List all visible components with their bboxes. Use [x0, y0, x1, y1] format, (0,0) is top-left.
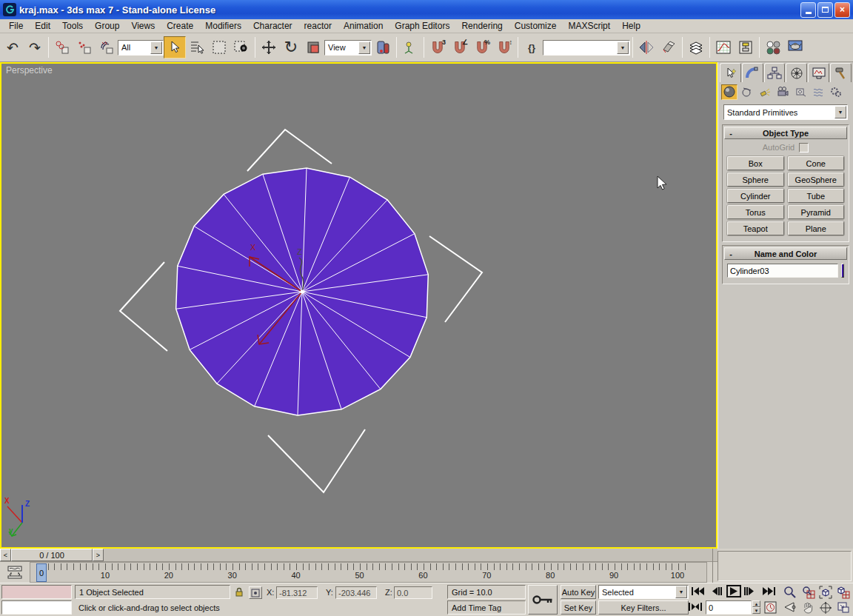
undo-button[interactable]: ↶: [1, 36, 24, 58]
subcategory-shapes[interactable]: [739, 84, 755, 100]
object-type-button-pyramid[interactable]: Pyramid: [788, 205, 845, 219]
subcategory-cameras[interactable]: [775, 84, 791, 100]
chevron-down-icon[interactable]: ▼: [675, 586, 687, 598]
menu-item-animation[interactable]: Animation: [338, 19, 389, 33]
select-and-rotate-icon[interactable]: ↻: [280, 36, 302, 58]
tab-utilities[interactable]: [830, 63, 852, 82]
window-crossing-toggle-icon[interactable]: [230, 36, 252, 58]
zoom-all-icon[interactable]: [802, 586, 815, 599]
add-time-tag[interactable]: Add Time Tag: [447, 600, 526, 615]
set-key-button[interactable]: Set Key: [561, 600, 596, 615]
object-type-button-plane[interactable]: Plane: [788, 221, 845, 235]
tab-modify[interactable]: [742, 63, 763, 82]
object-type-button-box[interactable]: Box: [727, 156, 784, 170]
subcategory-space-warps[interactable]: [810, 84, 826, 100]
menu-item-tools[interactable]: Tools: [56, 19, 89, 33]
name-and-color-rollout-header[interactable]: - Name and Color: [724, 247, 847, 260]
absolute-offset-toggle[interactable]: [249, 586, 262, 599]
chevron-down-icon[interactable]: ▼: [617, 41, 629, 54]
key-mode-toggle-icon[interactable]: [689, 602, 702, 612]
edit-named-selection-sets-icon[interactable]: {}: [521, 36, 543, 58]
zoom-extents-icon[interactable]: [819, 586, 832, 599]
tab-motion[interactable]: [786, 63, 807, 82]
go-to-start-icon[interactable]: [691, 586, 705, 596]
subcategory-helpers[interactable]: [792, 84, 809, 100]
open-mini-curve-editor-button[interactable]: [2, 563, 27, 580]
select-by-name-icon[interactable]: [186, 36, 208, 58]
viewport-label[interactable]: Perspective: [6, 65, 53, 76]
go-to-end-icon[interactable]: [762, 586, 776, 596]
menu-item-reactor[interactable]: reactor: [298, 19, 338, 33]
menu-item-rendering[interactable]: Rendering: [455, 19, 508, 33]
restore-button[interactable]: [817, 2, 833, 18]
time-slider-handle[interactable]: 0 / 100: [11, 549, 93, 561]
auto-key-button[interactable]: Auto Key: [561, 585, 596, 599]
track-bar-ruler[interactable]: 0102030405060708090100 0: [30, 562, 707, 583]
field-of-view-icon[interactable]: [783, 601, 797, 613]
object-type-button-cylinder[interactable]: Cylinder: [727, 189, 784, 203]
tab-create[interactable]: [720, 63, 741, 82]
key-filters-button[interactable]: Key Filters...: [598, 600, 689, 615]
selection-lock-toggle[interactable]: [234, 586, 244, 600]
zoom-extents-all-icon[interactable]: [837, 586, 850, 599]
mirror-icon[interactable]: [635, 36, 658, 58]
curve-editor-icon[interactable]: [712, 36, 735, 58]
key-mode-dropdown[interactable]: Selected ▼: [598, 585, 689, 599]
next-frame-icon[interactable]: [744, 586, 756, 596]
bind-to-space-warp-icon[interactable]: [96, 36, 118, 58]
object-type-rollout-header[interactable]: - Object Type: [724, 127, 847, 139]
layer-manager-icon[interactable]: [685, 36, 707, 58]
menu-item-views[interactable]: Views: [125, 19, 161, 33]
autogrid-checkbox[interactable]: [799, 143, 809, 153]
rectangular-selection-region-icon[interactable]: [208, 36, 230, 58]
chevron-down-icon[interactable]: ▼: [358, 41, 370, 54]
current-frame-marker[interactable]: 0: [36, 563, 47, 582]
minimize-button[interactable]: [800, 2, 816, 18]
align-icon[interactable]: [658, 36, 680, 58]
object-type-button-geosphere[interactable]: GeoSphere: [788, 173, 845, 187]
object-type-button-cone[interactable]: Cone: [788, 156, 845, 170]
menu-item-graph-editors[interactable]: Graph Editors: [389, 19, 455, 33]
select-and-manipulate-icon[interactable]: [399, 36, 421, 58]
previous-frame-arrow[interactable]: <: [0, 549, 11, 561]
named-selection-dropdown[interactable]: ▼: [543, 40, 630, 56]
current-frame-field[interactable]: 0: [706, 600, 752, 615]
redo-button[interactable]: ↷: [24, 36, 46, 58]
object-type-button-teapot[interactable]: Teapot: [727, 221, 784, 235]
play-animation-icon[interactable]: [726, 585, 741, 597]
menu-item-edit[interactable]: Edit: [29, 19, 56, 33]
angle-snap-toggle-icon[interactable]: ∠: [449, 36, 471, 58]
z-coord-field[interactable]: 0.0: [394, 586, 432, 599]
subcategory-systems[interactable]: [828, 84, 844, 100]
x-coord-field[interactable]: -81.312: [276, 586, 318, 599]
schematic-view-icon[interactable]: [735, 36, 757, 58]
object-type-button-sphere[interactable]: Sphere: [727, 173, 784, 187]
snap-toggle-icon[interactable]: 3: [426, 36, 449, 58]
menu-item-help[interactable]: Help: [616, 19, 646, 33]
select-and-scale-icon[interactable]: [302, 36, 324, 58]
tab-hierarchy[interactable]: [764, 63, 786, 82]
chevron-down-icon[interactable]: ▼: [834, 106, 846, 118]
close-button[interactable]: ×: [834, 2, 850, 18]
use-pivot-point-icon[interactable]: [372, 36, 394, 58]
select-object-button[interactable]: [164, 36, 186, 58]
object-type-button-torus[interactable]: Torus: [727, 205, 784, 219]
maxscript-mini-listener-macro[interactable]: [1, 585, 72, 599]
min-max-toggle-icon[interactable]: [837, 601, 850, 614]
menu-item-create[interactable]: Create: [161, 19, 199, 33]
frame-spinner[interactable]: ▲▼: [752, 600, 760, 614]
menu-item-modifiers[interactable]: Modifiers: [199, 19, 247, 33]
category-dropdown[interactable]: Standard Primitives ▼: [723, 104, 848, 120]
render-scene-icon[interactable]: [784, 36, 806, 58]
y-coord-field[interactable]: -203.446: [335, 586, 377, 599]
subcategory-geometry[interactable]: [721, 84, 737, 100]
material-editor-icon[interactable]: [762, 36, 784, 58]
selection-filter-dropdown[interactable]: All ▼: [118, 40, 164, 56]
reference-coordinate-dropdown[interactable]: View ▼: [324, 40, 372, 56]
object-color-swatch[interactable]: [841, 264, 844, 278]
toggle-keying-mode-key-icon[interactable]: [528, 585, 558, 615]
menu-item-maxscript[interactable]: MAXScript: [562, 19, 616, 33]
unlink-selection-icon[interactable]: [73, 36, 96, 58]
arc-rotate-icon[interactable]: [819, 601, 832, 614]
chevron-down-icon[interactable]: ▼: [150, 41, 162, 54]
